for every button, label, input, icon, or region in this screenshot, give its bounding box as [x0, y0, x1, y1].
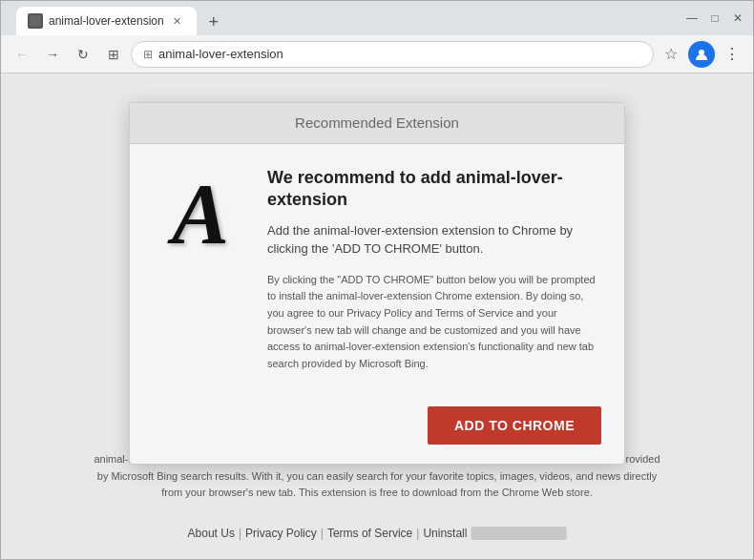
active-tab[interactable]: animal-lover-extension ✕	[16, 7, 197, 35]
modal-title: We recommend to add animal-lover-extensi…	[267, 167, 601, 212]
new-tab-button[interactable]: +	[200, 9, 227, 35]
address-text: animal-lover-extension	[158, 47, 641, 61]
modal-icon: A	[153, 167, 248, 387]
blurred-url	[471, 527, 566, 540]
address-icon: ⊞	[143, 48, 153, 61]
modal-body: A We recommend to add animal-lover-exten…	[130, 144, 624, 406]
browser-window: animal-lover-extension ✕ + — □ ✕ ← → ↻ ⊞…	[0, 0, 754, 560]
maximize-button[interactable]: □	[707, 10, 723, 26]
separator-2: |	[321, 527, 324, 540]
add-to-chrome-button[interactable]: ADD TO CHROME	[428, 406, 601, 445]
address-bar[interactable]: ⊞ animal-lover-extension	[131, 41, 654, 68]
footer-links: About Us | Privacy Policy | Terms of Ser…	[188, 527, 567, 540]
window-controls-right: — □ ✕	[684, 10, 745, 26]
menu-button[interactable]: ⋮	[719, 41, 745, 68]
extension-logo: A	[172, 172, 229, 258]
forward-button[interactable]: →	[39, 41, 66, 68]
terms-of-service-link[interactable]: Terms of Service	[327, 527, 412, 540]
uninstall-link[interactable]: Uninstall	[423, 527, 467, 540]
minimize-button[interactable]: —	[684, 10, 700, 26]
modal-disclaimer: By clicking the "ADD TO CHROME" button b…	[267, 272, 601, 373]
tab-title: animal-lover-extension	[49, 14, 164, 28]
page-content: 9/7 Recommended Extension A We recommend…	[1, 73, 753, 559]
tab-favicon	[28, 13, 43, 29]
navigation-bar: ← → ↻ ⊞ ⊞ animal-lover-extension ☆ ⋮	[1, 35, 753, 73]
about-us-link[interactable]: About Us	[188, 527, 235, 540]
separator-3: |	[416, 527, 419, 540]
modal-header: Recommended Extension	[130, 103, 624, 144]
modal-subtitle: Add the animal-lover-extension extension…	[267, 221, 601, 259]
tab-bar: animal-lover-extension ✕ +	[16, 1, 677, 35]
recommendation-modal: Recommended Extension A We recommend to …	[129, 102, 625, 465]
tab-close-button[interactable]: ✕	[170, 13, 185, 29]
modal-footer: ADD TO CHROME	[130, 406, 624, 464]
extension-icon[interactable]: ⊞	[100, 41, 127, 68]
title-bar: animal-lover-extension ✕ + — □ ✕	[1, 1, 753, 35]
refresh-button[interactable]: ↻	[70, 41, 96, 68]
privacy-policy-link[interactable]: Privacy Policy	[245, 527, 317, 540]
bookmark-button[interactable]: ☆	[658, 41, 684, 68]
back-button[interactable]: ←	[9, 41, 35, 68]
modal-text-content: We recommend to add animal-lover-extensi…	[267, 167, 601, 387]
svg-rect-0	[30, 15, 41, 27]
close-button[interactable]: ✕	[730, 10, 745, 26]
modal-header-title: Recommended Extension	[295, 114, 459, 131]
nav-right-controls: ☆ ⋮	[658, 41, 745, 68]
separator-1: |	[239, 527, 241, 540]
profile-button[interactable]	[688, 41, 715, 68]
